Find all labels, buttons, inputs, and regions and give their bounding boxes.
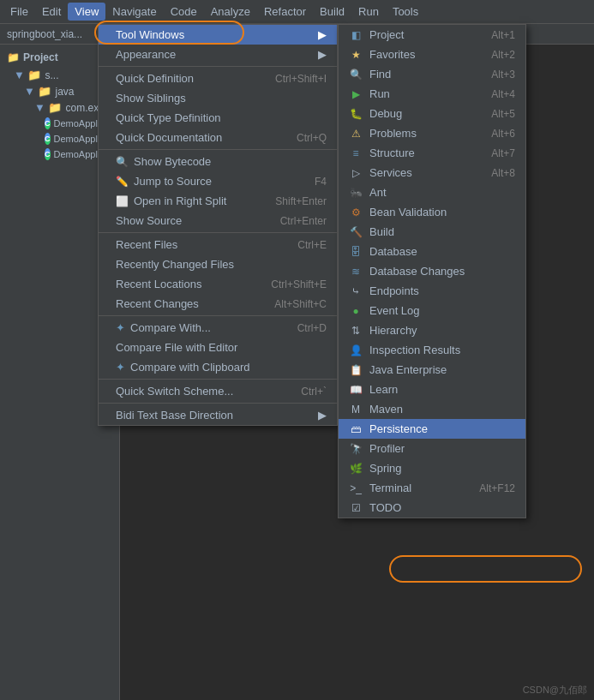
debug-icon: 🐛 <box>349 108 363 120</box>
separator-1 <box>99 66 337 67</box>
tw-ant[interactable]: 🐜 Ant <box>339 182 525 202</box>
menu-run[interactable]: Run <box>351 3 386 21</box>
view-menu-recent-changes[interactable]: Recent Changes Alt+Shift+C <box>99 294 337 314</box>
tw-hierarchy[interactable]: ⇅ Hierarchy <box>339 320 525 340</box>
view-menu-quick-doc[interactable]: Quick Documentation Ctrl+Q <box>99 128 337 147</box>
tw-java-enterprise[interactable]: 📋 Java Enterprise <box>339 360 525 380</box>
build-icon: 🔨 <box>349 226 363 238</box>
menu-tools[interactable]: Tools <box>386 3 425 21</box>
arrow-icon-bidi: ▶ <box>318 409 327 422</box>
view-menu-quick-type[interactable]: Quick Type Definition <box>99 108 337 128</box>
arrow-icon: ▶ <box>318 28 327 41</box>
view-menu-compare-file[interactable]: Compare File with Editor <box>99 338 337 357</box>
tw-build[interactable]: 🔨 Build <box>339 222 525 242</box>
tw-todo[interactable]: ☑ TODO <box>339 498 525 518</box>
star-icon: ★ <box>349 49 363 61</box>
view-menu-recent-files[interactable]: Recent Files Ctrl+E <box>99 235 337 254</box>
menu-navigate[interactable]: Navigate <box>105 3 163 21</box>
folder-icon-com: ▼ 📁 <box>34 101 62 114</box>
view-menu-tool-windows[interactable]: Tool Windows ▶ <box>99 25 337 45</box>
clipboard-icon: ✦ <box>116 361 125 374</box>
view-menu-appearance[interactable]: Appearance ▶ <box>99 45 337 64</box>
menu-file[interactable]: File <box>3 3 35 21</box>
tw-learn[interactable]: 📖 Learn <box>339 380 525 399</box>
menu-view[interactable]: View <box>68 3 105 21</box>
folder-icon-java: ▼ 📁 <box>24 85 51 98</box>
terminal-icon: >_ <box>349 482 363 494</box>
separator-2 <box>99 149 337 150</box>
view-menu-quick-switch[interactable]: Quick Switch Scheme... Ctrl+` <box>99 381 337 401</box>
maven-icon: M <box>349 404 363 416</box>
tw-run[interactable]: ▶ Run Alt+4 <box>339 84 525 104</box>
folder-icon: 📁 <box>7 51 20 63</box>
todo-icon: ☑ <box>349 502 363 514</box>
ant-icon: 🐜 <box>349 187 363 199</box>
learn-icon: 📖 <box>349 384 363 396</box>
inspection-icon: 👤 <box>349 344 363 356</box>
menu-build[interactable]: Build <box>313 3 351 21</box>
view-menu-compare-with[interactable]: ✦ Compare With... Ctrl+D <box>99 318 337 338</box>
view-menu-recent-locations[interactable]: Recent Locations Ctrl+Shift+E <box>99 274 337 294</box>
menu-bar: File Edit View Navigate Code Analyze Ref… <box>0 0 594 24</box>
java-file-icon-2: C <box>45 133 51 145</box>
tw-database[interactable]: 🗄 Database <box>339 242 525 261</box>
tw-bean-validation[interactable]: ⚙ Bean Validation <box>339 202 525 222</box>
menu-analyze[interactable]: Analyze <box>204 3 257 21</box>
separator-5 <box>99 379 337 380</box>
project-icon: ◧ <box>349 29 363 41</box>
tw-debug[interactable]: 🐛 Debug Alt+5 <box>339 104 525 123</box>
watermark: CSDN@九佰郎 <box>523 684 587 697</box>
hierarchy-icon: ⇅ <box>349 325 363 337</box>
view-menu-show-bytecode[interactable]: 🔍 Show Bytecode <box>99 152 337 171</box>
view-menu-open-right[interactable]: ⬜ Open in Right Split Shift+Enter <box>99 191 337 211</box>
bean-icon: ⚙ <box>349 206 363 218</box>
structure-icon: ≡ <box>349 147 363 159</box>
tw-find[interactable]: 🔍 Find Alt+3 <box>339 64 525 84</box>
dbchanges-icon: ≋ <box>349 266 363 278</box>
view-menu: Tool Windows ▶ Appearance ▶ Quick Defini… <box>98 24 338 426</box>
tw-problems[interactable]: ⚠ Problems Alt+6 <box>339 123 525 143</box>
menu-edit[interactable]: Edit <box>35 3 68 21</box>
separator-6 <box>99 403 337 404</box>
arrow-icon-appearance: ▶ <box>318 48 327 61</box>
split-icon: ⬜ <box>116 195 129 207</box>
tw-event-log[interactable]: ● Event Log <box>339 301 525 320</box>
view-menu-compare-clipboard[interactable]: ✦ Compare with Clipboard <box>99 357 337 377</box>
view-menu-bidi[interactable]: Bidi Text Base Direction ▶ <box>99 405 337 425</box>
view-menu-show-source[interactable]: Show Source Ctrl+Enter <box>99 211 337 230</box>
java-file-icon-1: C <box>45 117 51 129</box>
persistence-icon: 🗃 <box>349 423 363 435</box>
profiler-icon: 🔭 <box>349 443 363 455</box>
problems-icon: ⚠ <box>349 128 363 140</box>
tw-services[interactable]: ▷ Services Alt+8 <box>339 163 525 182</box>
jump-icon: ✏️ <box>116 176 129 188</box>
java-file-icon-3: C <box>45 148 51 160</box>
tw-terminal[interactable]: >_ Terminal Alt+F12 <box>339 478 525 498</box>
tw-endpoints[interactable]: ⤷ Endpoints <box>339 281 525 301</box>
tw-structure[interactable]: ≡ Structure Alt+7 <box>339 143 525 163</box>
menu-refactor[interactable]: Refactor <box>257 3 313 21</box>
tool-windows-menu: ◧ Project Alt+1 ★ Favorites Alt+2 🔍 Find… <box>338 24 526 518</box>
tw-project[interactable]: ◧ Project Alt+1 <box>339 25 525 45</box>
view-menu-quick-def[interactable]: Quick Definition Ctrl+Shift+I <box>99 69 337 88</box>
view-menu-jump-source[interactable]: ✏️ Jump to Source F4 <box>99 171 337 191</box>
tw-spring[interactable]: 🌿 Spring <box>339 458 525 478</box>
tw-favorites[interactable]: ★ Favorites Alt+2 <box>339 45 525 64</box>
tw-database-changes[interactable]: ≋ Database Changes <box>339 261 525 281</box>
find-icon: 🔍 <box>349 69 363 81</box>
tw-inspection-results[interactable]: 👤 Inspection Results <box>339 340 525 360</box>
view-menu-show-siblings[interactable]: Show Siblings <box>99 88 337 108</box>
separator-4 <box>99 315 337 316</box>
run-icon: ▶ <box>349 88 363 100</box>
view-menu-recently-changed[interactable]: Recently Changed Files <box>99 254 337 274</box>
menu-code[interactable]: Code <box>164 3 204 21</box>
javaee-icon: 📋 <box>349 364 363 376</box>
database-icon: 🗄 <box>349 246 363 258</box>
tw-maven[interactable]: M Maven <box>339 399 525 419</box>
tw-persistence[interactable]: 🗃 Persistence <box>339 419 525 439</box>
eventlog-icon: ● <box>349 305 363 317</box>
spring-icon: 🌿 <box>349 463 363 475</box>
endpoints-icon: ⤷ <box>349 285 363 297</box>
compare-icon: ✦ <box>116 321 125 334</box>
tw-profiler[interactable]: 🔭 Profiler <box>339 439 525 458</box>
